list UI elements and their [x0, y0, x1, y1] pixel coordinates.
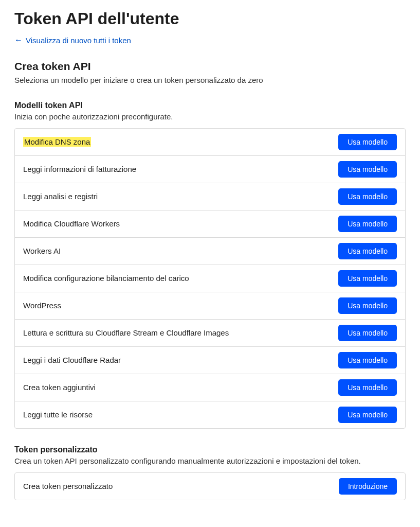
template-row: Modifica DNS zonaUsa modello [15, 129, 405, 156]
custom-row-label: Crea token personalizzato [23, 482, 113, 490]
arrow-left-icon: ← [14, 36, 23, 44]
template-row-label: Modifica configurazione bilanciamento de… [23, 274, 189, 283]
template-row-label: Modifica DNS zona [23, 137, 91, 147]
page-title: Token API dell'utente [14, 9, 406, 28]
templates-subheading: Inizia con poche autorizzazioni preconfi… [14, 112, 406, 121]
template-row-label: Leggi i dati Cloudflare Radar [23, 356, 121, 364]
template-row-label: Modifica Cloudflare Workers [23, 219, 120, 228]
template-row: Workers AIUsa modello [15, 238, 405, 265]
custom-row: Crea token personalizzato Introduzione [15, 473, 405, 500]
template-row-label: Leggi informazioni di fatturazione [23, 165, 136, 173]
template-row: Leggi informazioni di fatturazioneUsa mo… [15, 156, 405, 183]
create-subheading: Seleziona un modello per iniziare o crea… [14, 76, 406, 84]
use-template-button[interactable]: Usa modello [338, 243, 397, 259]
use-template-button[interactable]: Usa modello [338, 297, 397, 314]
template-row-label: Leggi analisi e registri [23, 192, 98, 201]
use-template-button[interactable]: Usa modello [338, 161, 397, 178]
template-row-label: Leggi tutte le risorse [23, 410, 93, 419]
custom-start-button[interactable]: Introduzione [339, 478, 397, 495]
custom-subheading: Crea un token API personalizzato configu… [14, 456, 406, 465]
template-row: Crea token aggiuntiviUsa modello [15, 374, 405, 401]
template-list: Modifica DNS zonaUsa modelloLeggi inform… [14, 128, 406, 429]
back-link[interactable]: ← Visualizza di nuovo tutti i token [14, 36, 131, 45]
use-template-button[interactable]: Usa modello [338, 216, 397, 232]
custom-box: Crea token personalizzato Introduzione [14, 472, 406, 500]
template-row-label: Lettura e scrittura su Cloudflare Stream… [23, 328, 229, 337]
use-template-button[interactable]: Usa modello [338, 188, 397, 205]
template-row-label: WordPress [23, 301, 61, 310]
template-row: Leggi analisi e registriUsa modello [15, 183, 405, 210]
create-heading: Crea token API [14, 60, 406, 73]
use-template-button[interactable]: Usa modello [338, 134, 397, 150]
use-template-button[interactable]: Usa modello [338, 270, 397, 287]
template-row: WordPressUsa modello [15, 292, 405, 320]
template-row: Modifica Cloudflare WorkersUsa modello [15, 210, 405, 238]
template-row: Lettura e scrittura su Cloudflare Stream… [15, 320, 405, 347]
use-template-button[interactable]: Usa modello [338, 407, 397, 423]
template-row: Modifica configurazione bilanciamento de… [15, 265, 405, 292]
use-template-button[interactable]: Usa modello [338, 379, 397, 396]
custom-heading: Token personalizzato [14, 445, 406, 454]
template-row: Leggi tutte le risorseUsa modello [15, 401, 405, 428]
template-row-label: Workers AI [23, 247, 61, 255]
back-link-label: Visualizza di nuovo tutti i token [26, 36, 131, 45]
use-template-button[interactable]: Usa modello [338, 325, 397, 341]
templates-heading: Modelli token API [14, 101, 406, 110]
template-row: Leggi i dati Cloudflare RadarUsa modello [15, 347, 405, 374]
template-row-label: Crea token aggiuntivi [23, 383, 96, 392]
use-template-button[interactable]: Usa modello [338, 352, 397, 368]
